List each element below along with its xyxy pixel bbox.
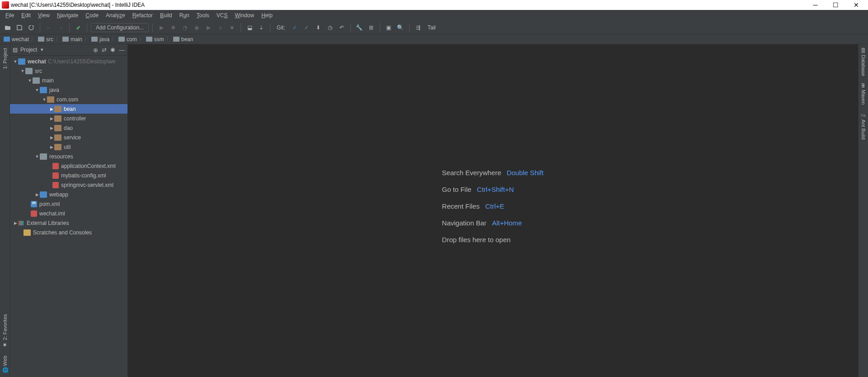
xml-file-icon xyxy=(52,182,59,188)
separator xyxy=(40,23,40,32)
menu-run[interactable]: Run xyxy=(176,11,193,20)
build-icon[interactable]: ⬋ xyxy=(73,23,83,33)
tree-node-src[interactable]: ▼src xyxy=(10,66,127,76)
tree-node-root[interactable]: ▼wechatC:\Users\14255\Desktop\we xyxy=(10,57,127,66)
tree-node-appctx[interactable]: applicationContext.xml xyxy=(10,161,127,171)
tree-node-java[interactable]: ▼java xyxy=(10,85,127,95)
tree-node-scratches[interactable]: Scratches and Consoles xyxy=(10,228,127,237)
web-folder-icon xyxy=(40,191,47,198)
tail-icon[interactable]: ⇶ xyxy=(413,23,423,33)
iml-file-icon xyxy=(31,210,37,217)
web-tool-tab[interactable]: 🌐Web xyxy=(1,352,9,377)
chevron-right-icon: 〉 xyxy=(31,35,36,43)
git-revert-icon[interactable]: ↶ xyxy=(337,23,347,33)
menu-tools[interactable]: Tools xyxy=(193,11,213,20)
run2-icon[interactable]: ▶ xyxy=(203,23,213,33)
git-history-icon[interactable]: ◷ xyxy=(325,23,335,33)
tree-node-util[interactable]: ▶util xyxy=(10,142,127,152)
hide-icon[interactable]: — xyxy=(119,47,125,53)
menu-analyze[interactable]: Analyze xyxy=(102,11,129,20)
separator xyxy=(270,23,270,32)
git-push-icon[interactable]: ✓ xyxy=(302,23,311,33)
menu-window[interactable]: Window xyxy=(231,11,258,20)
profile-icon[interactable]: ◉ xyxy=(192,23,202,33)
menu-vcs[interactable]: VCS xyxy=(213,11,231,20)
search-icon[interactable]: 🔍 xyxy=(396,23,406,33)
locate-icon[interactable]: ⊕ xyxy=(93,47,98,53)
tree-node-pom[interactable]: pom.xml xyxy=(10,199,127,209)
open-icon[interactable] xyxy=(3,23,13,33)
attach-icon[interactable]: ⎋ xyxy=(215,23,225,33)
tree-node-extlib[interactable]: ▶External Libraries xyxy=(10,218,127,228)
add-configuration-button[interactable]: Add Configuration... xyxy=(91,23,149,32)
git-pull-icon[interactable]: ⬇ xyxy=(313,23,323,33)
favorites-tool-tab[interactable]: ★2: Favorites xyxy=(1,310,9,352)
tree-node-main[interactable]: ▼main xyxy=(10,76,127,85)
update-icon[interactable]: ⇣ xyxy=(256,23,266,33)
tree-node-resources[interactable]: ▼resources xyxy=(10,152,127,161)
svg-rect-2 xyxy=(22,221,24,225)
maximize-button[interactable]: ☐ xyxy=(826,0,846,10)
maven-tool-tab[interactable]: mMaven xyxy=(860,80,867,108)
minimize-button[interactable]: ─ xyxy=(805,0,826,10)
tree-node-mybatis[interactable]: mybatis-config.xml xyxy=(10,171,127,180)
menu-refactor[interactable]: Refactor xyxy=(129,11,156,20)
separator xyxy=(409,23,410,32)
tree-node-iml[interactable]: wechat.iml xyxy=(10,209,127,218)
crumb-com[interactable]: com xyxy=(118,36,138,43)
menu-file[interactable]: File xyxy=(2,11,18,20)
forward-icon[interactable]: → xyxy=(56,23,66,33)
menu-edit[interactable]: Edit xyxy=(18,11,34,20)
menu-view[interactable]: View xyxy=(34,11,53,20)
folder-icon xyxy=(38,37,44,42)
tree-node-bean[interactable]: ▶bean xyxy=(10,104,127,114)
close-button[interactable]: ✕ xyxy=(846,0,866,10)
refresh-icon[interactable] xyxy=(26,23,36,33)
debug-icon[interactable]: ✱ xyxy=(168,23,178,33)
ant-tool-tab[interactable]: 🐜Ant Build xyxy=(859,108,867,143)
crumb-java[interactable]: java xyxy=(90,36,110,43)
wrench-icon[interactable]: 🔧 xyxy=(354,23,364,33)
back-icon[interactable]: ← xyxy=(44,23,54,33)
run-anything-icon[interactable]: ▣ xyxy=(384,23,394,33)
editor-empty-state[interactable]: Search Everywhere Double Shift Go to Fil… xyxy=(127,44,858,377)
sidebar-header: ▤ Project ▼ ⊕ ⇄ ✱ — xyxy=(10,44,127,56)
coverage-icon[interactable]: ◔ xyxy=(180,23,190,33)
menu-code[interactable]: Code xyxy=(82,11,102,20)
welcome-drop-row: Drop files here to open xyxy=(442,236,544,243)
tree-node-controller[interactable]: ▶controller xyxy=(10,114,127,123)
tree-node-springmvc[interactable]: springmvc-servlet.xml xyxy=(10,180,127,190)
tree-node-comssm[interactable]: ▼com.ssm xyxy=(10,95,127,104)
database-tool-tab[interactable]: 🗄Database xyxy=(860,44,867,80)
vcs-icon[interactable]: ⬓ xyxy=(245,23,255,33)
window-title: wechat [C:\Users\14255\Desktop\wechat] -… xyxy=(11,2,145,8)
expand-icon[interactable]: ⇄ xyxy=(102,47,107,53)
project-structure-icon[interactable]: ⊞ xyxy=(366,23,376,33)
right-tool-rail: 🗄Database mMaven 🐜Ant Build xyxy=(858,44,868,377)
welcome-recent-label: Recent Files xyxy=(442,202,480,210)
xml-file-icon xyxy=(52,172,59,179)
menu-help[interactable]: Help xyxy=(258,11,276,20)
stop-icon[interactable]: ■ xyxy=(227,23,237,33)
welcome-recent-key: Ctrl+E xyxy=(485,202,504,210)
crumb-bean[interactable]: bean xyxy=(172,36,194,43)
tree-node-service[interactable]: ▶service xyxy=(10,133,127,142)
git-commit-icon[interactable]: ✓ xyxy=(290,23,300,33)
settings-icon[interactable]: ✱ xyxy=(110,47,115,53)
tree-node-dao[interactable]: ▶dao xyxy=(10,123,127,133)
dropdown-icon[interactable]: ▼ xyxy=(40,48,44,52)
project-tool-tab[interactable]: 1: Project xyxy=(1,44,9,72)
crumb-src[interactable]: src xyxy=(37,36,54,43)
menu-navigate[interactable]: Navigate xyxy=(53,11,82,20)
crumb-wechat[interactable]: wechat xyxy=(3,36,30,43)
run-icon[interactable]: ▶ xyxy=(156,23,166,33)
menu-build[interactable]: Build xyxy=(156,11,176,20)
app-icon xyxy=(2,1,9,9)
left-tool-rail: 1: Project ★2: Favorites 🌐Web xyxy=(0,44,10,377)
package-icon xyxy=(47,96,54,103)
save-icon[interactable] xyxy=(14,23,24,33)
crumb-ssm[interactable]: ssm xyxy=(145,36,165,43)
toolbar: ← → ⬋ Add Configuration... ▶ ✱ ◔ ◉ ▶ ⎋ ■… xyxy=(0,21,868,34)
tree-node-webapp[interactable]: ▶webapp xyxy=(10,190,127,199)
crumb-main[interactable]: main xyxy=(61,36,83,43)
